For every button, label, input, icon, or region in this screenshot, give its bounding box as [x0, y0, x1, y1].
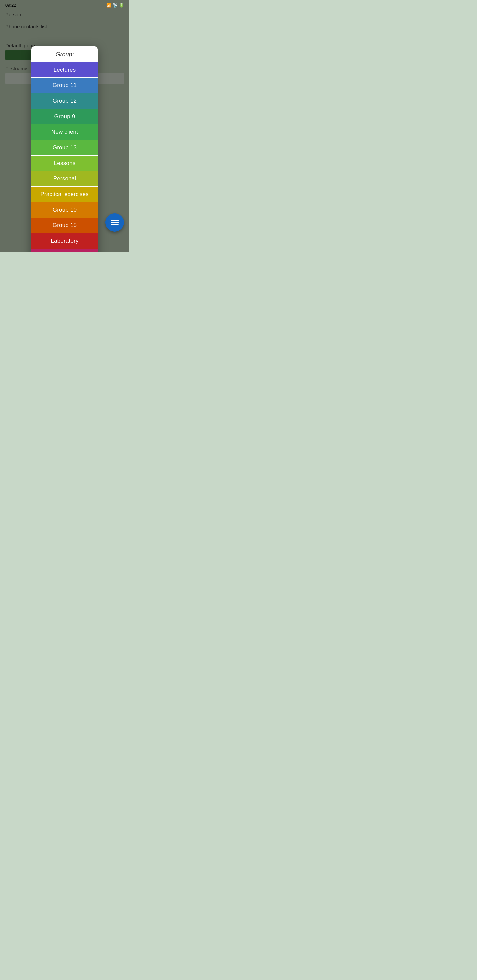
svg-rect-1	[111, 222, 119, 223]
dialog-title: Group:	[32, 46, 98, 62]
group-option-button[interactable]: Group 10	[32, 202, 98, 218]
group-list-item: Group 12	[32, 93, 98, 109]
group-option-button[interactable]: Group 15	[32, 218, 98, 233]
group-list-item: Lessons	[32, 156, 98, 171]
menu-icon	[111, 218, 119, 226]
group-option-button[interactable]: Laboratory	[32, 234, 98, 249]
group-list-item: Group 9	[32, 109, 98, 124]
group-list-item: Group 13	[32, 140, 98, 156]
wifi-icon: 📡	[113, 3, 118, 8]
status-time: 09:22	[5, 3, 16, 8]
group-option-button[interactable]: Group 11	[32, 78, 98, 93]
group-option-button[interactable]: Group 14	[32, 249, 98, 251]
group-list-item: Group 11	[32, 78, 98, 93]
group-list-item: Group 10	[32, 202, 98, 218]
fab-menu-button[interactable]	[105, 213, 124, 232]
status-bar: 09:22 📶 📡 🔋	[0, 0, 129, 9]
group-list-item: Group 15	[32, 218, 98, 234]
group-option-button[interactable]: New client	[32, 124, 98, 140]
group-option-button[interactable]: Group 9	[32, 109, 98, 124]
group-option-button[interactable]: Group 12	[32, 93, 98, 108]
group-list-item: Lectures	[32, 62, 98, 78]
group-option-button[interactable]: Lectures	[32, 62, 98, 78]
svg-rect-0	[111, 220, 119, 221]
group-list-item: Group 14	[32, 249, 98, 251]
group-list-item: Laboratory	[32, 234, 98, 249]
battery-icon: 🔋	[119, 3, 124, 8]
group-option-button[interactable]: Practical exercises	[32, 187, 98, 202]
group-dialog: Group: LecturesGroup 11Group 12Group 9Ne…	[32, 46, 98, 251]
group-list-item: New client	[32, 124, 98, 140]
group-option-button[interactable]: Lessons	[32, 156, 98, 171]
svg-rect-2	[111, 224, 119, 226]
group-list-item: Personal	[32, 171, 98, 187]
group-list: LecturesGroup 11Group 12Group 9New clien…	[32, 62, 98, 251]
status-icons: 📶 📡 🔋	[106, 3, 124, 8]
group-list-item: Practical exercises	[32, 187, 98, 202]
notification-icon: 📶	[106, 3, 111, 8]
group-option-button[interactable]: Personal	[32, 171, 98, 186]
group-option-button[interactable]: Group 13	[32, 140, 98, 155]
